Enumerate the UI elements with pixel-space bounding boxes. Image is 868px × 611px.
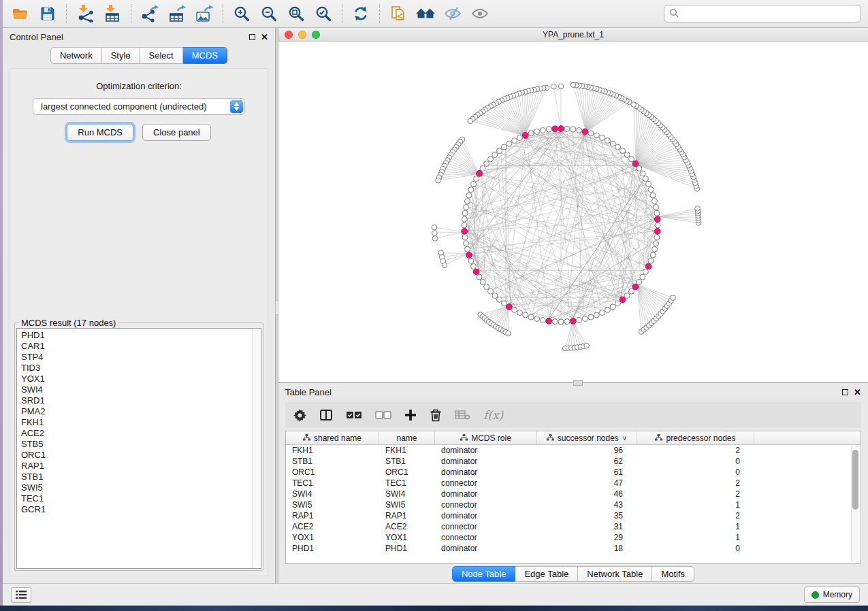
graph-node[interactable]: [629, 156, 634, 162]
graph-node[interactable]: [484, 161, 489, 167]
graph-node[interactable]: [517, 135, 523, 141]
graph-node[interactable]: [540, 128, 545, 133]
graph-node[interactable]: [465, 199, 470, 204]
minimize-window-icon[interactable]: [298, 31, 306, 39]
graph-node[interactable]: [497, 297, 502, 302]
graph-node[interactable]: [640, 274, 645, 280]
graph-node[interactable]: [605, 307, 610, 312]
graph-node[interactable]: [577, 318, 582, 323]
graph-node[interactable]: [629, 288, 634, 294]
result-node-item[interactable]: PMA2: [21, 406, 252, 417]
graph-node[interactable]: [523, 312, 528, 318]
graph-node-mcds[interactable]: [477, 171, 483, 177]
maximize-window-icon[interactable]: [312, 31, 320, 39]
table-row[interactable]: ACE2ACE2connector311: [286, 521, 861, 532]
graph-node[interactable]: [695, 206, 701, 212]
graph-node[interactable]: [654, 204, 659, 210]
graph-node[interactable]: [488, 288, 494, 294]
graph-node[interactable]: [468, 258, 474, 263]
graph-node-mcds[interactable]: [558, 126, 564, 132]
network-graph[interactable]: [278, 42, 868, 382]
graph-node-mcds[interactable]: [620, 297, 626, 303]
import-network-icon[interactable]: [71, 2, 99, 25]
result-node-item[interactable]: TEC1: [21, 493, 252, 504]
import-table-icon[interactable]: [99, 2, 126, 25]
graph-node[interactable]: [507, 141, 512, 146]
graph-node[interactable]: [671, 295, 676, 301]
table-scrollbar-thumb[interactable]: [852, 450, 858, 510]
graph-node[interactable]: [512, 307, 517, 312]
network-canvas[interactable]: [278, 42, 868, 382]
graph-node[interactable]: [600, 310, 605, 316]
export-table-icon[interactable]: [163, 2, 191, 25]
graph-node[interactable]: [648, 187, 654, 193]
tab-network-table[interactable]: Network Table: [578, 566, 652, 582]
graph-node-mcds[interactable]: [473, 269, 479, 275]
result-node-item[interactable]: RAP1: [21, 461, 252, 472]
graph-node[interactable]: [637, 280, 642, 285]
graph-node[interactable]: [654, 210, 660, 216]
graph-node[interactable]: [465, 246, 470, 252]
tab-mcds[interactable]: MCDS: [183, 47, 227, 64]
refresh-icon[interactable]: [347, 2, 374, 25]
graph-node[interactable]: [648, 258, 654, 263]
graph-node[interactable]: [624, 152, 630, 158]
close-panel-icon[interactable]: ✕: [261, 33, 268, 42]
delete-column-icon[interactable]: [430, 408, 442, 422]
graph-node-mcds[interactable]: [570, 318, 576, 325]
task-history-button[interactable]: [11, 587, 31, 603]
result-node-item[interactable]: SWI5: [21, 482, 252, 493]
close-table-panel-icon[interactable]: ✕: [854, 388, 861, 397]
graph-node[interactable]: [528, 314, 534, 320]
graph-node[interactable]: [582, 316, 588, 322]
graph-node[interactable]: [652, 199, 658, 204]
table-row[interactable]: YOX1YOX1connector291: [286, 532, 861, 543]
graph-node[interactable]: [551, 84, 557, 90]
table-row[interactable]: TEC1TEC1connector472: [286, 478, 861, 489]
graph-node[interactable]: [594, 312, 599, 318]
graph-node[interactable]: [637, 166, 642, 171]
graph-node[interactable]: [577, 128, 582, 133]
graph-node[interactable]: [615, 301, 621, 306]
graph-node[interactable]: [488, 156, 494, 162]
graph-node[interactable]: [558, 84, 564, 89]
result-node-item[interactable]: STP4: [21, 352, 252, 363]
open-file-icon[interactable]: [7, 2, 34, 25]
graph-node[interactable]: [643, 176, 648, 182]
graph-node[interactable]: [584, 343, 590, 348]
graph-node[interactable]: [502, 144, 507, 150]
result-node-item[interactable]: FKH1: [21, 417, 252, 428]
graph-node[interactable]: [462, 222, 467, 228]
table-row[interactable]: RAP1RAP1dominator352: [286, 510, 861, 521]
graph-node-mcds[interactable]: [507, 304, 513, 310]
graph-node-mcds[interactable]: [466, 252, 472, 259]
criterion-dropdown[interactable]: largest connected component (undirected): [33, 98, 245, 115]
close-window-icon[interactable]: [285, 31, 293, 39]
graph-node[interactable]: [462, 235, 468, 240]
graph-node[interactable]: [471, 264, 477, 269]
graph-node[interactable]: [471, 182, 477, 187]
deselect-all-icon[interactable]: [375, 411, 391, 420]
graph-node[interactable]: [615, 144, 621, 150]
tab-node-table[interactable]: Node Table: [452, 566, 516, 582]
graph-node[interactable]: [620, 148, 626, 154]
tab-edge-table[interactable]: Edge Table: [515, 566, 578, 582]
graph-node[interactable]: [477, 274, 482, 280]
save-session-icon[interactable]: [34, 2, 61, 25]
graph-node-mcds[interactable]: [632, 161, 639, 167]
graph-node[interactable]: [436, 178, 441, 184]
graph-node[interactable]: [646, 182, 652, 187]
graph-node[interactable]: [655, 222, 660, 228]
result-node-item[interactable]: STB5: [21, 439, 252, 450]
hide-selected-icon[interactable]: [439, 2, 466, 25]
tab-motifs[interactable]: Motifs: [652, 566, 694, 582]
column-header-successor-nodes[interactable]: successor nodes∨: [537, 431, 637, 444]
graph-node[interactable]: [484, 284, 489, 290]
result-list-scrollbar[interactable]: [252, 329, 261, 568]
graph-node-mcds[interactable]: [654, 216, 660, 222]
zoom-selected-icon[interactable]: [310, 2, 337, 25]
table-panel-splitter-grip[interactable]: [573, 380, 583, 386]
table-row[interactable]: SWI4SWI4dominator462: [286, 489, 861, 499]
table-row[interactable]: FKH1FKH1dominator962: [286, 445, 861, 456]
result-node-item[interactable]: GCR1: [21, 504, 252, 515]
